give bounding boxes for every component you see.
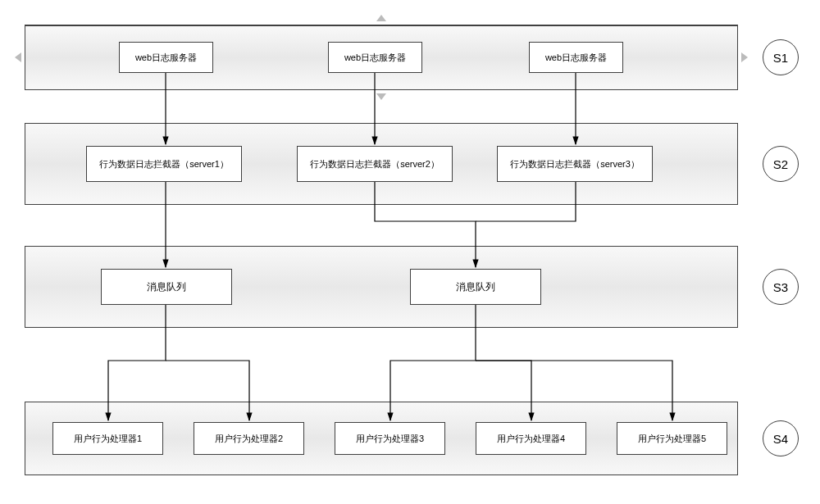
stage-label-text: S1 xyxy=(773,51,788,65)
processor-1: 用户行为处理器1 xyxy=(52,422,163,455)
stage-badge-s1: S1 xyxy=(763,39,799,75)
web-log-server-3: web日志服务器 xyxy=(529,42,623,73)
box-label: web日志服务器 xyxy=(344,52,406,64)
processor-4: 用户行为处理器4 xyxy=(476,422,586,455)
stage-badge-s4: S4 xyxy=(763,420,799,456)
stage-badge-s2: S2 xyxy=(763,146,799,182)
diagram-canvas: web日志服务器 web日志服务器 web日志服务器 S1 行为数据日志拦截器（… xyxy=(0,0,820,504)
stage-badge-s3: S3 xyxy=(763,269,799,305)
interceptor-server3: 行为数据日志拦截器（server3） xyxy=(497,146,653,182)
message-queue-2: 消息队列 xyxy=(410,269,541,305)
box-label: 用户行为处理器5 xyxy=(638,433,706,445)
box-label: 用户行为处理器3 xyxy=(356,433,424,445)
box-label: 消息队列 xyxy=(456,280,495,294)
stage-label-text: S3 xyxy=(773,280,788,294)
web-log-server-1: web日志服务器 xyxy=(119,42,213,73)
box-label: web日志服务器 xyxy=(135,52,197,64)
box-label: 消息队列 xyxy=(147,280,186,294)
message-queue-1: 消息队列 xyxy=(101,269,232,305)
box-label: 用户行为处理器4 xyxy=(497,433,565,445)
resize-handle-right[interactable] xyxy=(741,52,748,62)
resize-handle-top[interactable] xyxy=(376,15,386,21)
web-log-server-2: web日志服务器 xyxy=(328,42,422,73)
box-label: web日志服务器 xyxy=(545,52,607,64)
box-label: 行为数据日志拦截器（server2） xyxy=(310,158,440,170)
box-label: 用户行为处理器2 xyxy=(215,433,283,445)
box-label: 行为数据日志拦截器（server3） xyxy=(510,158,640,170)
processor-5: 用户行为处理器5 xyxy=(617,422,727,455)
processor-3: 用户行为处理器3 xyxy=(335,422,445,455)
interceptor-server2: 行为数据日志拦截器（server2） xyxy=(297,146,453,182)
resize-handle-bottom[interactable] xyxy=(376,93,386,100)
processor-2: 用户行为处理器2 xyxy=(194,422,304,455)
interceptor-server1: 行为数据日志拦截器（server1） xyxy=(86,146,242,182)
box-label: 行为数据日志拦截器（server1） xyxy=(99,158,229,170)
stage-label-text: S2 xyxy=(773,157,788,171)
resize-handle-left[interactable] xyxy=(15,52,21,62)
stage-label-text: S4 xyxy=(773,432,788,446)
box-label: 用户行为处理器1 xyxy=(74,433,142,445)
